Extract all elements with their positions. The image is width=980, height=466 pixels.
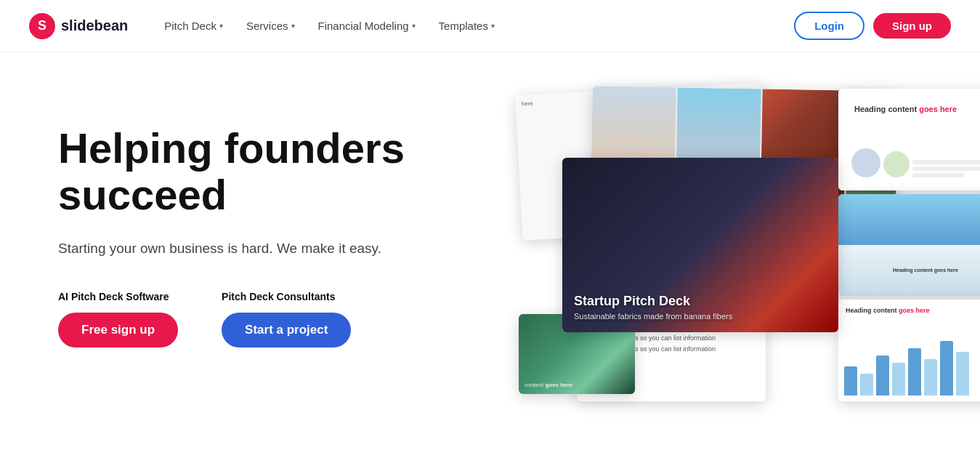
- signup-button[interactable]: Sign up: [873, 13, 951, 39]
- logo-icon: S: [29, 13, 55, 39]
- slide-main-text: Startup Pitch Deck Sustainable fabrics m…: [574, 294, 827, 321]
- chevron-down-icon: ▾: [491, 22, 495, 30]
- nav-item-services[interactable]: Services ▾: [236, 14, 305, 38]
- hero-left: Helping founders succeed Starting your o…: [58, 96, 533, 348]
- login-button[interactable]: Login: [794, 12, 864, 40]
- logo-text: slidebean: [61, 17, 128, 34]
- chevron-down-icon: ▾: [219, 22, 223, 30]
- slide-card-chart: Heading content goes here: [838, 300, 980, 401]
- hero-right: AppleOrangeBerry ——— here: [533, 89, 922, 394]
- chevron-down-icon: ▾: [412, 22, 416, 30]
- heading-content-chart: Heading content goes here: [838, 300, 980, 321]
- free-signup-button[interactable]: Free sign up: [58, 313, 178, 348]
- hero-heading: Helping founders succeed: [58, 125, 436, 218]
- nav-item-financial[interactable]: Financial Modeling ▾: [308, 14, 426, 38]
- nav-item-pitchdeck[interactable]: Pitch Deck ▾: [154, 14, 233, 38]
- slide-card-main: Startup Pitch Deck Sustainable fabrics m…: [562, 158, 838, 332]
- cta-row: AI Pitch Deck Software Free sign up Pitc…: [58, 291, 533, 348]
- hero-section: Helping founders succeed Starting your o…: [0, 52, 980, 459]
- navigation: S slidebean Pitch Deck ▾ Services ▾ Fina…: [0, 0, 980, 52]
- slide-card-right-1: Heading content goes here: [838, 89, 980, 190]
- hero-subheading: Starting your own business is hard. We m…: [58, 238, 407, 260]
- chart-area: [838, 343, 980, 401]
- cta-label-1: AI Pitch Deck Software: [58, 291, 169, 302]
- heading-content-1: Heading content goes here: [847, 97, 980, 121]
- slide-small-label: here: [521, 100, 532, 108]
- chevron-down-icon: ▾: [291, 22, 295, 30]
- nav-links: Pitch Deck ▾ Services ▾ Financial Modeli…: [154, 14, 794, 38]
- slides-collage: AppleOrangeBerry ——— here: [519, 89, 980, 401]
- start-project-button[interactable]: Start a project: [222, 313, 351, 348]
- cta-group-2: Pitch Deck Consultants Start a project: [222, 291, 351, 348]
- cta-label-2: Pitch Deck Consultants: [222, 291, 335, 302]
- slide-card-right-2: Heading content goes here: [838, 194, 980, 296]
- cta-group-1: AI Pitch Deck Software Free sign up: [58, 291, 178, 348]
- nav-actions: Login Sign up: [794, 12, 951, 40]
- logo[interactable]: S slidebean: [29, 13, 128, 39]
- nav-item-templates[interactable]: Templates ▾: [429, 14, 505, 38]
